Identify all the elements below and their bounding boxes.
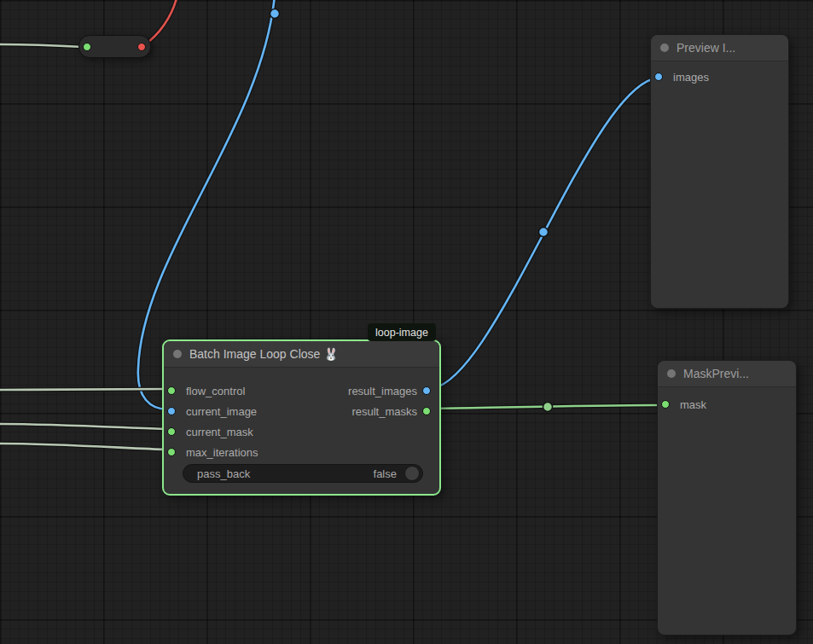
node-body: flow_control result_images current_image… (164, 368, 439, 483)
node-titlebar[interactable]: Preview I... (651, 35, 788, 61)
node-title: MaskPrevi... (683, 367, 749, 380)
slot-row: max_iterations (164, 442, 439, 462)
node-graph-canvas[interactable]: loop-image Batch Image Loop Close 🐰 flow… (0, 0, 813, 644)
wire-red-top (144, 0, 177, 45)
node-preview-image[interactable]: Preview I... images (650, 34, 789, 309)
output-label: result_images (348, 385, 417, 397)
widget-value: false (374, 467, 397, 480)
slot-row: current_image result_masks (164, 401, 439, 421)
input-label: mask (680, 398, 706, 411)
input-slot-flow-control[interactable] (167, 386, 176, 395)
slot-row: current_mask (164, 421, 439, 442)
input-label: flow_control (186, 385, 245, 397)
widget-label: pass_back (197, 467, 250, 480)
input-slot-dot[interactable] (83, 43, 91, 51)
input-label: images (673, 71, 709, 84)
output-slot-dot[interactable] (137, 43, 146, 51)
input-label: current_image (186, 405, 257, 418)
node-mask-preview[interactable]: MaskPrevi... mask (657, 360, 797, 635)
link-midpoint-dot (543, 403, 553, 412)
input-slot-images[interactable] (654, 73, 663, 81)
pass-back-toggle[interactable]: pass_back false (183, 464, 423, 483)
input-label: current_mask (186, 426, 253, 438)
toggle-knob[interactable] (404, 466, 420, 481)
input-slot-mask[interactable] (661, 400, 670, 409)
node-body: mask (658, 387, 796, 415)
input-slot-max-iterations[interactable] (167, 448, 176, 456)
collapse-dot-icon[interactable] (660, 44, 669, 52)
node-titlebar[interactable]: Batch Image Loop Close 🐰 (164, 341, 439, 368)
output-slot-result-images[interactable] (422, 386, 431, 395)
wire-max-iterations (0, 444, 167, 450)
slot-row: flow_control result_images (164, 380, 439, 401)
node-body: images (651, 61, 788, 87)
node-batch-image-loop-close[interactable]: Batch Image Loop Close 🐰 flow_control re… (162, 339, 441, 496)
input-label: max_iterations (186, 446, 258, 459)
slot-row: mask (658, 394, 796, 415)
link-midpoint-dot (539, 228, 549, 237)
node-badge: loop-image (368, 323, 436, 341)
node-title: Preview I... (677, 41, 735, 55)
output-slot-result-masks[interactable] (422, 407, 431, 415)
collapse-dot-icon[interactable] (173, 350, 182, 358)
wire-flow-control (0, 389, 167, 390)
wire-current-mask (0, 424, 167, 429)
link-midpoint-dot (270, 9, 280, 19)
wire-pill-input (0, 44, 83, 47)
node-title: Batch Image Loop Close 🐰 (189, 347, 339, 361)
collapse-dot-icon[interactable] (667, 369, 676, 378)
input-slot-current-mask[interactable] (167, 427, 176, 436)
node-badge-label: loop-image (375, 327, 428, 339)
input-slot-current-image[interactable] (167, 407, 176, 415)
collapsed-node[interactable] (78, 35, 151, 58)
slot-row: images (651, 67, 788, 87)
node-titlebar[interactable]: MaskPrevi... (658, 361, 796, 387)
output-label: result_masks (351, 405, 417, 418)
